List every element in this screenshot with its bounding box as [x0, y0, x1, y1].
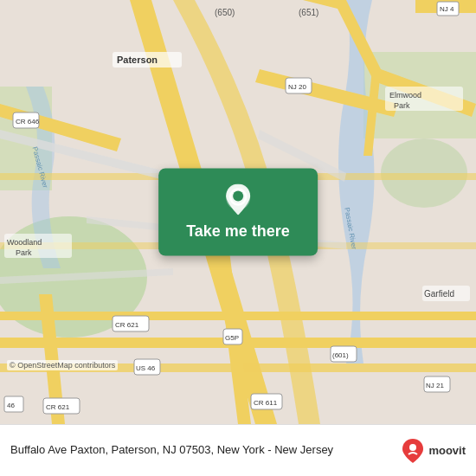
svg-text:Paterson: Paterson [117, 55, 158, 65]
svg-text:Park: Park [394, 101, 410, 110]
moovit-text: moovit [428, 444, 466, 457]
svg-rect-7 [0, 312, 476, 320]
osm-credit: © OpenStreetMap contributors [7, 360, 118, 370]
svg-text:NJ 20: NJ 20 [288, 83, 306, 91]
svg-text:(650): (650) [215, 8, 235, 17]
svg-text:NJ 21: NJ 21 [426, 382, 444, 389]
bottom-bar: Buffalo Ave Paxton, Paterson, NJ 07503, … [0, 424, 476, 476]
svg-text:46: 46 [7, 402, 15, 409]
moovit-logo: moovit [401, 439, 466, 463]
svg-text:G5P: G5P [225, 334, 239, 342]
svg-text:CR 621: CR 621 [115, 321, 139, 329]
svg-text:Garfield: Garfield [424, 289, 454, 299]
location-pin-icon [222, 184, 254, 215]
svg-point-49 [409, 444, 416, 451]
svg-text:(651): (651) [299, 8, 318, 17]
map-container: Paterson Elmwood Park Woodland Park Garf… [0, 0, 476, 424]
svg-point-48 [233, 191, 243, 202]
svg-text:Park: Park [16, 248, 32, 257]
svg-text:(601): (601) [332, 351, 349, 359]
moovit-icon [401, 439, 425, 463]
svg-text:CR 646: CR 646 [16, 118, 40, 125]
svg-text:US 46: US 46 [136, 364, 156, 372]
address-text: Buffalo Ave Paxton, Paterson, NJ 07503, … [10, 443, 394, 458]
svg-text:NJ 4: NJ 4 [440, 5, 454, 13]
svg-text:CR 611: CR 611 [254, 399, 278, 407]
take-me-there-button[interactable]: Take me there [158, 169, 318, 256]
svg-text:Elmwood: Elmwood [389, 91, 421, 100]
cta-label: Take me there [186, 222, 290, 241]
svg-text:Woodland: Woodland [7, 238, 42, 247]
svg-text:CR 621: CR 621 [46, 403, 70, 411]
